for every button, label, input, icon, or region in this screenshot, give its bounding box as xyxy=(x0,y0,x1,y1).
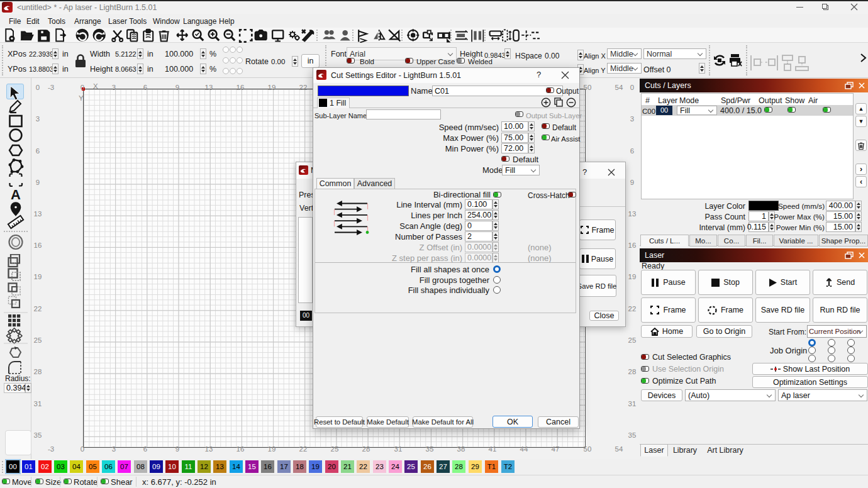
svg-text:A: A xyxy=(11,187,21,202)
